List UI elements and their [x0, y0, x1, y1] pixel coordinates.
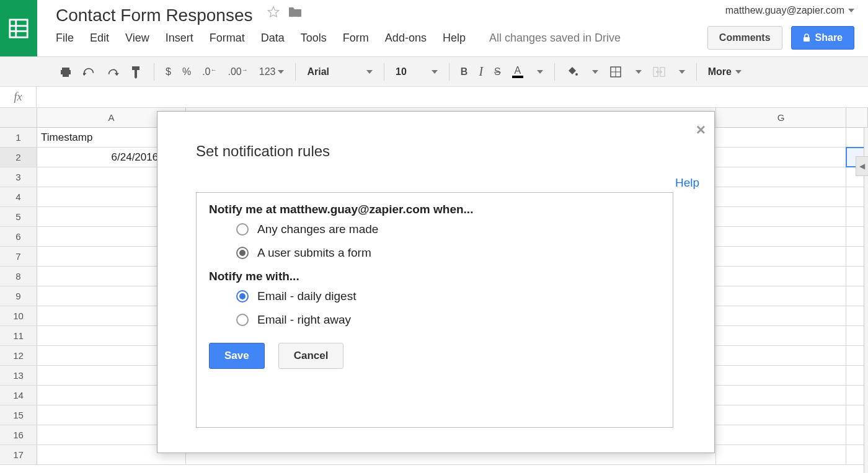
chevron-down-icon — [735, 70, 742, 74]
merge-cells-icon[interactable] — [653, 66, 665, 78]
cell[interactable] — [716, 207, 846, 226]
chevron-down-icon — [848, 9, 854, 12]
fill-color-icon[interactable] — [566, 66, 578, 78]
row-header[interactable]: 7 — [0, 247, 37, 266]
row-header[interactable]: 10 — [0, 306, 37, 325]
menu-tools[interactable]: Tools — [301, 32, 327, 45]
row-header[interactable]: 13 — [0, 366, 37, 385]
close-icon[interactable]: × — [696, 120, 706, 139]
star-icon[interactable] — [267, 5, 280, 19]
cell[interactable] — [716, 445, 846, 464]
cell[interactable] — [716, 187, 846, 206]
save-button[interactable]: Save — [209, 343, 265, 369]
paint-format-icon[interactable] — [130, 66, 143, 78]
help-link[interactable]: Help — [675, 176, 699, 190]
svg-rect-0 — [10, 19, 27, 37]
menu-view[interactable]: View — [125, 32, 149, 45]
folder-icon[interactable] — [288, 6, 303, 18]
vertical-scrollbar[interactable] — [864, 128, 868, 473]
menu-help[interactable]: Help — [443, 32, 466, 45]
borders-icon[interactable] — [609, 66, 622, 78]
menu-insert[interactable]: Insert — [166, 32, 193, 45]
text-color-button[interactable]: A — [512, 66, 523, 78]
undo-icon[interactable] — [83, 66, 95, 78]
row-header[interactable]: 6 — [0, 227, 37, 246]
row-header[interactable]: 2 — [0, 148, 37, 167]
row-header[interactable]: 3 — [0, 167, 37, 187]
row-header[interactable]: 14 — [0, 386, 37, 405]
radio-label: Email - right away — [257, 313, 351, 327]
chevron-down-icon[interactable] — [636, 70, 642, 74]
menu-edit[interactable]: Edit — [90, 32, 109, 45]
rules-box: Notify me at matthew.guay@zapier.com whe… — [196, 192, 673, 428]
strikethrough-button[interactable]: S — [494, 66, 501, 77]
menu-form[interactable]: Form — [343, 32, 369, 45]
toolbar-more[interactable]: More — [708, 66, 742, 77]
number-format[interactable]: 123 — [259, 66, 285, 77]
chevron-down-icon — [432, 70, 438, 74]
column-header-G[interactable]: G — [716, 108, 846, 127]
chevron-down-icon[interactable] — [537, 70, 543, 74]
cell[interactable] — [716, 167, 846, 187]
row-header[interactable]: 17 — [0, 445, 37, 464]
font-select[interactable]: Arial — [307, 66, 373, 77]
cell[interactable] — [716, 366, 846, 385]
notify-with-label: Notify me with... — [209, 270, 660, 283]
decrease-decimal[interactable]: .0← — [202, 66, 216, 77]
app-logo[interactable] — [0, 0, 37, 56]
cell[interactable] — [716, 247, 846, 266]
cell[interactable] — [716, 326, 846, 345]
font-size-select[interactable]: 10 — [396, 66, 438, 77]
row-header[interactable]: 11 — [0, 326, 37, 345]
cell[interactable] — [716, 148, 846, 167]
cell[interactable] — [716, 267, 846, 286]
cell[interactable] — [716, 227, 846, 246]
menu-file[interactable]: File — [56, 32, 74, 45]
sheets-icon — [8, 18, 29, 39]
select-all-corner[interactable] — [0, 108, 37, 127]
formula-input[interactable] — [36, 87, 868, 107]
dialog-title: Set notification rules — [157, 112, 714, 160]
redo-icon[interactable] — [107, 66, 119, 78]
radio-right-away[interactable]: Email - right away — [236, 313, 660, 327]
menu-format[interactable]: Format — [210, 32, 245, 45]
row-header[interactable]: 8 — [0, 267, 37, 286]
header: Contact Form Responses File Edit View In… — [0, 0, 868, 57]
format-currency[interactable]: $ — [166, 66, 171, 77]
bold-button[interactable]: B — [461, 66, 468, 77]
increase-decimal[interactable]: .00→ — [228, 66, 247, 77]
font-size: 10 — [396, 66, 407, 77]
radio-daily-digest[interactable]: Email - daily digest — [236, 290, 660, 303]
cell[interactable] — [716, 306, 846, 325]
row-header[interactable]: 5 — [0, 207, 37, 226]
row-header[interactable]: 15 — [0, 405, 37, 425]
row-header[interactable]: 4 — [0, 187, 37, 206]
account-menu[interactable]: matthew.guay@zapier.com — [725, 5, 854, 16]
cell[interactable] — [716, 286, 846, 306]
menu-data[interactable]: Data — [261, 32, 285, 45]
radio-user-submits-form[interactable]: A user submits a form — [236, 246, 660, 260]
chevron-down-icon[interactable] — [679, 70, 685, 74]
cell[interactable] — [716, 386, 846, 405]
cell[interactable] — [716, 346, 846, 365]
comments-button[interactable]: Comments — [707, 26, 782, 50]
cancel-button[interactable]: Cancel — [278, 343, 344, 369]
save-status: All changes saved in Drive — [489, 32, 621, 45]
print-icon[interactable] — [60, 66, 72, 78]
formula-bar: fx — [0, 87, 868, 108]
explore-toggle[interactable]: ◀ — [856, 156, 868, 176]
share-button[interactable]: Share — [791, 26, 854, 50]
document-title[interactable]: Contact Form Responses — [56, 6, 252, 25]
chevron-down-icon[interactable] — [592, 70, 598, 74]
italic-button[interactable]: I — [479, 64, 483, 79]
row-header[interactable]: 12 — [0, 346, 37, 365]
menu-addons[interactable]: Add-ons — [385, 32, 427, 45]
cell[interactable] — [716, 425, 846, 444]
cell[interactable] — [716, 128, 846, 147]
row-header[interactable]: 9 — [0, 286, 37, 306]
cell[interactable] — [716, 405, 846, 425]
row-header[interactable]: 16 — [0, 425, 37, 444]
row-header[interactable]: 1 — [0, 128, 37, 147]
format-percent[interactable]: % — [182, 66, 191, 77]
radio-any-changes[interactable]: Any changes are made — [236, 223, 660, 236]
